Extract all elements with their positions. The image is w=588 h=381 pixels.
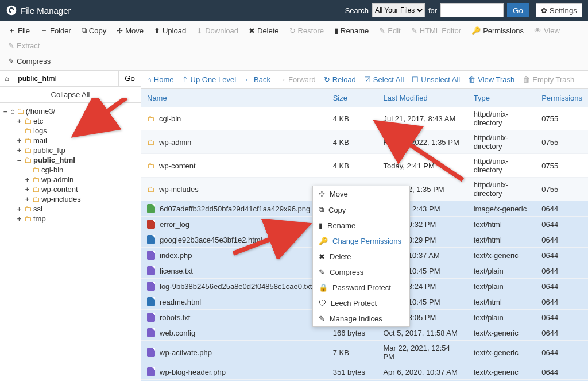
tb-folder[interactable]: ＋Folder bbox=[36, 23, 76, 38]
file-name: cgi-bin bbox=[159, 114, 181, 123]
tree-node[interactable]: +🗀wp-includes bbox=[2, 194, 138, 204]
tb-delete[interactable]: ✖Delete bbox=[244, 23, 284, 38]
nav-empty-trash[interactable]: 🗑Empty Trash bbox=[523, 75, 574, 84]
file-modified: Oct 5, 2017, 11:58 AM bbox=[377, 325, 467, 341]
tb-edit[interactable]: ✎Edit bbox=[374, 23, 405, 38]
tree-node[interactable]: 🗀logs bbox=[2, 126, 138, 136]
nav-up[interactable]: ↥Up One Level bbox=[182, 75, 237, 84]
file-modified: Jul 21, 2017, 8:43 AM bbox=[377, 107, 467, 130]
file-size: 4 KB bbox=[327, 130, 378, 154]
col-perm[interactable]: Permissions bbox=[536, 89, 588, 107]
file-modified: Feb 10, 2022, 1:35 PM bbox=[377, 130, 467, 154]
folder-tree[interactable]: –⌂🗀(/home3/ +🗀etc🗀logs+🗀mail+🗀public_ftp… bbox=[0, 103, 141, 381]
tb-compress[interactable]: ✎Compress bbox=[3, 55, 55, 68]
tb-permissions[interactable]: 🔑Permissions bbox=[467, 23, 528, 38]
tb-move[interactable]: ✢Move bbox=[112, 23, 148, 38]
col-type[interactable]: Type bbox=[468, 89, 536, 107]
file-type: text/x-generic bbox=[468, 325, 536, 341]
tb-view[interactable]: 👁View bbox=[529, 23, 564, 38]
search-scope-select[interactable]: All Your Files bbox=[372, 3, 425, 17]
settings-button[interactable]: ✿Settings bbox=[536, 3, 582, 17]
ctx-compress[interactable]: ✎Compress bbox=[313, 264, 409, 280]
tree-node[interactable]: +🗀ssl bbox=[2, 204, 138, 214]
file-perm: 0644 bbox=[536, 201, 588, 217]
tb-copy[interactable]: ⧉Copy bbox=[77, 23, 111, 38]
file-perm: 0755 bbox=[536, 178, 588, 201]
table-row[interactable]: 🗀wp-content4 KBToday, 2:41 PMhttpd/unix-… bbox=[141, 154, 588, 178]
file-name: license.txt bbox=[160, 267, 193, 275]
ctx-copy[interactable]: ⧉Copy bbox=[313, 202, 409, 218]
table-row[interactable]: wp-blog-header.php351 bytesApr 6, 2020, … bbox=[141, 364, 588, 380]
file-type: httpd/unix-directory bbox=[468, 178, 536, 201]
col-size[interactable]: Size bbox=[327, 89, 378, 107]
search-go-button[interactable]: Go bbox=[507, 3, 529, 17]
tree-node[interactable]: +🗀etc bbox=[2, 116, 138, 126]
tree-node[interactable]: 🗀cgi-bin bbox=[2, 165, 138, 175]
file-name: wp-admin bbox=[159, 138, 191, 147]
file-type: text/html bbox=[468, 217, 536, 232]
table-row[interactable]: 🗀wp-admin4 KBFeb 10, 2022, 1:35 PMhttpd/… bbox=[141, 130, 588, 154]
nav-row: ⌂Home ↥Up One Level ←Back →Forward ↻Relo… bbox=[141, 71, 588, 89]
nav-view-trash[interactable]: 🗑View Trash bbox=[468, 75, 514, 84]
tree-node[interactable]: +🗀public_ftp bbox=[2, 145, 138, 155]
col-name[interactable]: Name bbox=[141, 89, 327, 107]
ctx-password-protect[interactable]: 🔒Password Protect bbox=[313, 280, 409, 295]
ctx-leech-protect[interactable]: 🛡Leech Protect bbox=[313, 295, 409, 311]
tb-download[interactable]: ⬇Download bbox=[192, 23, 243, 38]
file-name: web.config bbox=[160, 329, 195, 337]
file-type: text/html bbox=[468, 294, 536, 310]
file-modified: Today, 2:41 PM bbox=[377, 154, 467, 178]
file-size: 4 KB bbox=[327, 107, 378, 130]
ctx-change-permissions[interactable]: 🔑Change Permissions bbox=[313, 233, 409, 249]
collapse-all-button[interactable]: Collapse All bbox=[0, 87, 141, 103]
file-panel: ⌂Home ↥Up One Level ←Back →Forward ↻Relo… bbox=[141, 71, 588, 381]
app-logo: File Manager bbox=[6, 5, 71, 16]
home-icon-button[interactable]: ⌂ bbox=[0, 71, 14, 86]
file-size: 166 bytes bbox=[327, 325, 378, 341]
ctx-delete[interactable]: ✖Delete bbox=[313, 249, 409, 264]
tree-node[interactable]: +🗀wp-content bbox=[2, 184, 138, 194]
table-row[interactable]: 🗀cgi-bin4 KBJul 21, 2017, 8:43 AMhttpd/u… bbox=[141, 107, 588, 130]
tree-node[interactable]: –🗀public_html bbox=[2, 155, 138, 165]
file-type: text/x-generic bbox=[468, 341, 536, 364]
nav-home[interactable]: ⌂Home bbox=[147, 75, 174, 84]
file-type: httpd/unix-directory bbox=[468, 130, 536, 154]
path-input[interactable] bbox=[14, 71, 118, 86]
table-row[interactable]: web.config166 bytesOct 5, 2017, 11:58 AM… bbox=[141, 325, 588, 341]
file-type: text/x-generic bbox=[468, 248, 536, 263]
tb-file[interactable]: ＋File bbox=[3, 23, 34, 38]
main-area: ⌂ Go Collapse All –⌂🗀(/home3/ +🗀etc🗀logs… bbox=[0, 71, 588, 381]
tb-upload[interactable]: ⬆Upload bbox=[149, 23, 191, 38]
nav-reload[interactable]: ↻Reload bbox=[324, 75, 356, 84]
gear-icon: ✿ bbox=[541, 6, 547, 15]
tree-node[interactable]: +🗀wp-admin bbox=[2, 175, 138, 184]
file-perm: 0644 bbox=[536, 217, 588, 232]
tree-root[interactable]: –⌂🗀(/home3/ bbox=[2, 106, 138, 116]
tree-node[interactable]: +🗀mail bbox=[2, 136, 138, 145]
search-input[interactable] bbox=[440, 3, 504, 17]
ctx-manage-indices[interactable]: ✎Manage Indices bbox=[313, 311, 409, 326]
file-icon bbox=[147, 297, 155, 306]
nav-select-all[interactable]: ☑Select All bbox=[364, 75, 404, 84]
path-go-button[interactable]: Go bbox=[118, 71, 141, 86]
tb-html-editor[interactable]: ✎HTML Editor bbox=[407, 23, 466, 38]
file-name: wp-activate.php bbox=[160, 348, 212, 357]
file-name: error_log bbox=[160, 220, 189, 229]
file-type: text/plain bbox=[468, 279, 536, 294]
tb-rename[interactable]: ▮Rename bbox=[330, 23, 373, 38]
nav-unselect-all[interactable]: ☐Unselect All bbox=[412, 75, 460, 84]
file-icon bbox=[147, 251, 155, 260]
nav-forward[interactable]: →Forward bbox=[278, 75, 316, 84]
tree-node[interactable]: +🗀tmp bbox=[2, 214, 138, 224]
file-name: robots.txt bbox=[160, 313, 190, 322]
ctx-rename[interactable]: ▮Rename bbox=[313, 218, 409, 233]
file-perm: 0644 bbox=[536, 248, 588, 263]
col-modified[interactable]: Last Modified bbox=[377, 89, 467, 107]
ctx-move[interactable]: ✢Move bbox=[313, 186, 409, 202]
tb-restore[interactable]: ↻Restore bbox=[285, 23, 329, 38]
tb-extract[interactable]: ✎Extract bbox=[3, 39, 44, 52]
table-row[interactable]: wp-activate.php7 KBMar 22, 2021, 12:54 P… bbox=[141, 341, 588, 364]
file-name: google92b3ace45e3bf1e2.html bbox=[160, 236, 262, 244]
file-name: wp-blog-header.php bbox=[160, 368, 226, 376]
nav-back[interactable]: ←Back bbox=[244, 75, 270, 84]
